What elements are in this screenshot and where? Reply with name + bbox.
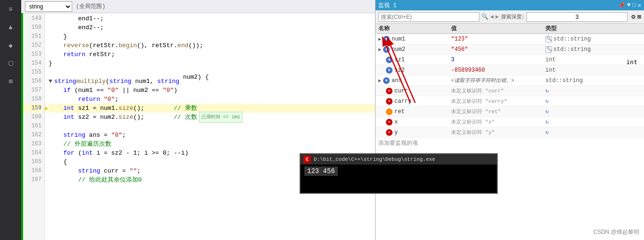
code-line-163: // 外层遍历次数 — [49, 140, 375, 149]
search-icon[interactable]: 🔍 — [481, 13, 488, 20]
watch-extra-icon[interactable]: ⊞ — [637, 13, 641, 21]
expand-arrow-num1[interactable]: ▶ — [378, 36, 381, 42]
console-titlebar: C D:\bit_code\C++\string\Debug\string.ex… — [301, 154, 497, 165]
col-header-name: 名称 — [376, 25, 451, 33]
watch-titlebar-controls: 📌 ▼ □ ✕ — [618, 2, 641, 9]
console-app-icon: C — [303, 156, 311, 163]
nav-forward-icon[interactable]: ▶ — [495, 13, 499, 20]
watch-maximize-icon[interactable]: □ — [633, 2, 636, 9]
watch-search-input[interactable] — [378, 12, 479, 22]
watch-row-sz2: ♦ sz2 -858993460 int — [376, 65, 644, 75]
ln-161: 161 — [21, 122, 42, 131]
ln-162: 162 — [21, 131, 42, 140]
line-numbers: 149 150 151 152 153 154 155 156 157 158 … — [21, 13, 45, 240]
watch-columns: 名称 值 类型 — [376, 24, 644, 34]
watch-value-ret: 未定义标识符 "ret" — [451, 108, 545, 115]
code-line-149: end1--; — [49, 14, 375, 23]
code-line-152: reverse(retStr.begin(), retStr.end()); — [49, 41, 375, 50]
code-line-158: return ″0″; — [49, 95, 375, 104]
refresh-icon-curr[interactable]: ↻ — [545, 87, 549, 94]
watch-name-carry: carry — [394, 98, 411, 105]
code-line-155 — [49, 68, 375, 77]
ln-160: 160 — [21, 113, 42, 122]
watch-pin-icon[interactable]: 📌 — [618, 2, 625, 9]
watch-row-curr: ✕ curr 未定义标识符 "curr" ↻ — [376, 86, 644, 96]
watch-row-name-num1: ▶ ♦ num1 — [376, 36, 451, 42]
ln-156: 156 — [21, 77, 42, 86]
sidebar-icon-1[interactable]: ≡ — [4, 2, 18, 17]
watch-type-x: ↻ — [545, 118, 644, 125]
watch-icon-ans: ♦ — [383, 77, 390, 84]
ln-154: 154 — [21, 59, 42, 68]
expand-arrow-ans[interactable]: ▶ — [378, 78, 381, 83]
watch-settings-icon[interactable]: ⚙ — [631, 13, 635, 21]
refresh-icon-y[interactable]: ↻ — [545, 129, 549, 136]
type-label: int — [625, 58, 639, 66]
ln-157: 157 — [21, 86, 42, 95]
expand-arrow-num2[interactable]: ▶ — [378, 47, 381, 52]
refresh-icon-ret[interactable]: ↻ — [545, 108, 549, 115]
watch-icon-carry: ✕ — [386, 98, 393, 105]
watch-name-x: x — [394, 119, 398, 125]
watch-value-num2: "456" — [451, 46, 545, 53]
watch-icon-ret: · — [386, 108, 393, 115]
watch-value-sz1: 3 — [451, 57, 545, 63]
sidebar-icon-4[interactable]: ⬡ — [4, 56, 18, 70]
watch-title: 监视 1 — [378, 1, 396, 9]
watch-row-num1: ▶ ♦ num1 "123" 🔍 std::string — [376, 34, 644, 44]
watch-type-ret: ↻ — [545, 108, 644, 115]
depth-value-input[interactable] — [527, 12, 627, 22]
ln-150: 150 — [21, 23, 42, 32]
watch-minimize-icon[interactable]: ▼ — [627, 2, 630, 9]
refresh-icon-carry[interactable]: ↻ — [545, 98, 549, 105]
watch-row-x: ✕ x 未定义标识符 "x" ↻ — [376, 117, 644, 127]
watch-type-sz2: int — [545, 67, 644, 74]
nav-back-icon[interactable]: ◀ — [490, 13, 493, 20]
watch-titlebar: 监视 1 📌 ▼ □ ✕ — [376, 0, 644, 10]
type-search-icon-num1[interactable]: 🔍 — [545, 36, 552, 42]
code-line-157: if (num1 == ″0″ || num2 == ″0″) — [49, 86, 375, 95]
watch-close-icon[interactable]: ✕ — [638, 2, 641, 9]
watch-value-carry: 未定义标识符 "carry" — [451, 98, 545, 105]
ln-151: 151 — [21, 32, 42, 41]
watch-value-sz2: -858993460 — [451, 67, 545, 74]
col-header-type: 类型 — [545, 25, 644, 33]
watch-row-name-carry: ✕ carry — [376, 98, 451, 105]
editor-area: string (全局范围) 149 150 151 152 153 154 15… — [21, 0, 375, 240]
sidebar-icon-3[interactable]: ◆ — [4, 38, 18, 52]
sidebar-icon-5[interactable]: ⊞ — [4, 74, 18, 88]
green-bar — [21, 13, 23, 240]
watch-row-ret: · ret 未定义标识符 "ret" ↻ — [376, 107, 644, 117]
watch-row-name-x: ✕ x — [376, 119, 451, 125]
watch-icon-num1: ♦ — [383, 36, 390, 42]
watch-row-name-curr: ✕ curr — [376, 88, 451, 94]
watch-name-ans: ans — [392, 77, 402, 84]
watch-type-num1: 🔍 std::string — [545, 36, 644, 42]
watch-row-name-sz2: ♦ sz2 — [376, 67, 451, 74]
watch-panel: 监视 1 📌 ▼ □ ✕ 🔍 ◀ ▶ 搜索深度: ⚙ ⊞ 名称 值 类型 ▶ ♦… — [375, 0, 644, 240]
watch-name-ret: ret — [394, 108, 405, 115]
watch-value-x: 未定义标识符 "x" — [451, 118, 545, 125]
refresh-icon-x[interactable]: ↻ — [545, 118, 549, 125]
watch-type-curr: ↻ — [545, 87, 644, 94]
ln-163: 163 — [21, 140, 42, 149]
file-dropdown[interactable]: string — [25, 1, 72, 12]
watch-rows: ▶ ♦ num1 "123" 🔍 std::string ▶ ♦ num2 "4… — [376, 34, 644, 240]
watch-row-name-ret: · ret — [376, 108, 451, 115]
watch-row-name-y: ✕ y — [376, 129, 451, 136]
watch-name-y: y — [394, 129, 398, 136]
watch-type-y: ↻ — [545, 129, 644, 136]
code-content: end1--; end2--; } reverse(retStr.begin()… — [45, 13, 375, 240]
console-output: 123 456 — [304, 166, 338, 176]
watch-add-row[interactable]: 添加要监视的项 — [376, 138, 644, 148]
watch-name-sz1: sz1 — [394, 57, 405, 63]
ln-164: 164 — [21, 149, 42, 157]
watch-value-num1: "123" — [451, 36, 545, 42]
ln-166: 166 — [21, 166, 42, 175]
watch-row-name-ans: ▶ ♦ ans — [376, 77, 451, 84]
ln-155: 155 — [21, 68, 42, 77]
watch-type-num2: 🔍 std::string — [545, 46, 644, 53]
sidebar-icon-2[interactable]: ▲ — [4, 20, 18, 34]
col-header-value: 值 — [451, 25, 545, 33]
type-search-icon-num2[interactable]: 🔍 — [545, 46, 552, 53]
